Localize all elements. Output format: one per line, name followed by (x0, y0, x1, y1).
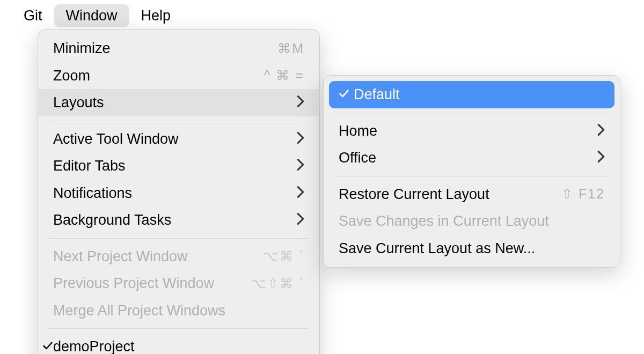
chevron-right-icon (593, 147, 605, 169)
chevron-right-icon (292, 92, 304, 114)
menu-zoom-label: Zoom (53, 65, 264, 87)
layout-home-label: Home (339, 120, 593, 142)
menu-separator (49, 328, 309, 329)
check-icon (38, 336, 53, 354)
menu-next-project-window: Next Project Window ⌥⌘ ` (38, 243, 319, 270)
menu-demo-project-label: demoProject (53, 336, 304, 354)
menu-zoom-shortcut: ^ ⌘ = (264, 65, 304, 86)
menu-zoom[interactable]: Zoom ^ ⌘ = (38, 62, 319, 90)
menu-editor-tabs[interactable]: Editor Tabs (38, 152, 319, 180)
chevron-right-icon (292, 155, 304, 177)
layout-save-changes-label: Save Changes in Current Layout (339, 210, 605, 232)
menu-active-tool-window-label: Active Tool Window (53, 128, 292, 150)
layout-default[interactable]: Default (329, 81, 614, 108)
menu-notifications[interactable]: Notifications (38, 180, 319, 207)
check-icon (339, 84, 354, 106)
chevron-right-icon (593, 120, 605, 142)
menu-separator (334, 113, 609, 113)
app-menubar: Git Window Help (0, 0, 644, 32)
chevron-right-icon (292, 128, 304, 150)
window-dropdown: Minimize ⌘M Zoom ^ ⌘ = Layouts Active To… (38, 29, 320, 354)
menu-background-tasks[interactable]: Background Tasks (38, 206, 319, 234)
menu-separator (334, 176, 609, 176)
layout-save-as-new-label: Save Current Layout as New... (339, 238, 605, 260)
menu-minimize-label: Minimize (53, 38, 277, 60)
layout-office-label: Office (339, 147, 593, 169)
menu-previous-project-window-shortcut: ⌥⇧⌘ ` (251, 274, 304, 294)
menubar-git[interactable]: Git (12, 4, 54, 27)
menu-layouts[interactable]: Layouts (38, 89, 319, 116)
menu-demo-project[interactable]: demoProject (38, 333, 319, 354)
menu-next-project-window-label: Next Project Window (53, 246, 263, 268)
layout-home[interactable]: Home (324, 117, 620, 145)
menu-merge-all-project-windows: Merge All Project Windows (38, 297, 319, 324)
layout-default-label: Default (354, 84, 605, 106)
layouts-dropdown: Default Home Office Restore Current Layo… (323, 75, 620, 268)
chevron-right-icon (292, 209, 304, 231)
menu-previous-project-window: Previous Project Window ⌥⇧⌘ ` (38, 270, 319, 297)
menubar-help[interactable]: Help (129, 4, 183, 27)
menu-active-tool-window[interactable]: Active Tool Window (38, 126, 319, 153)
menu-minimize[interactable]: Minimize ⌘M (38, 35, 319, 62)
menu-previous-project-window-label: Previous Project Window (53, 272, 251, 294)
layout-restore-current-shortcut: ⇧ F12 (561, 184, 605, 204)
menu-background-tasks-label: Background Tasks (53, 209, 292, 231)
menu-minimize-shortcut: ⌘M (277, 39, 304, 59)
layout-save-as-new[interactable]: Save Current Layout as New... (324, 235, 620, 262)
layout-save-changes: Save Changes in Current Layout (324, 208, 620, 235)
chevron-right-icon (292, 182, 304, 204)
menu-separator (49, 121, 309, 121)
layout-restore-current[interactable]: Restore Current Layout ⇧ F12 (324, 181, 620, 208)
menu-layouts-label: Layouts (53, 92, 292, 114)
menu-editor-tabs-label: Editor Tabs (53, 155, 292, 177)
layout-restore-current-label: Restore Current Layout (339, 183, 561, 205)
menu-separator (49, 238, 309, 239)
menu-notifications-label: Notifications (53, 182, 292, 204)
layout-office[interactable]: Office (324, 144, 620, 172)
menu-next-project-window-shortcut: ⌥⌘ ` (263, 246, 304, 267)
menubar-window[interactable]: Window (54, 4, 129, 27)
menu-merge-all-project-windows-label: Merge All Project Windows (53, 300, 304, 322)
